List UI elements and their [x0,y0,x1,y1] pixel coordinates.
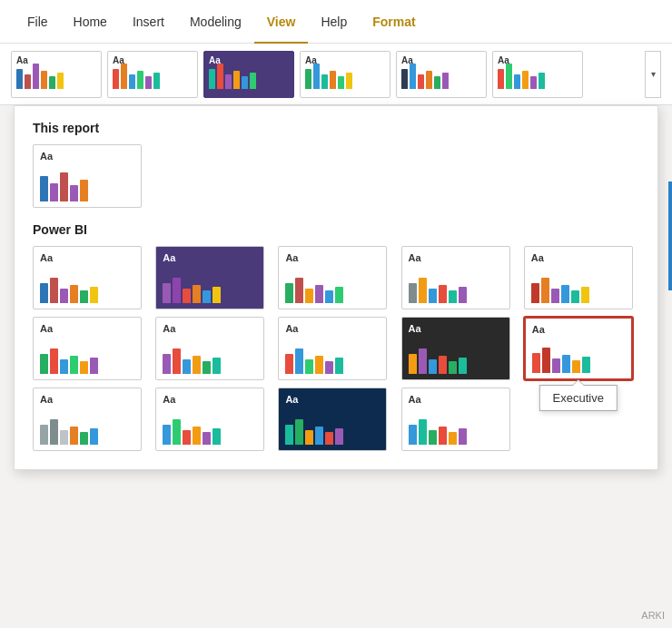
power-bi-theme-card[interactable]: Aa [155,388,264,451]
power-bi-theme-card[interactable]: Aa [524,246,633,309]
power-bi-theme-card[interactable]: Aa [155,246,264,309]
this-report-theme[interactable]: Aa [33,144,142,208]
power-bi-theme-card[interactable]: Aa [33,317,142,380]
theme-dropdown-panel: This report Aa Power BI AaAaAaAaAaAaAaAa… [14,105,658,470]
this-report-label: This report [33,121,639,135]
power-bi-theme-card[interactable]: Aa [278,317,387,380]
ribbon-theme-thumb[interactable]: Aa [203,51,294,98]
power-bi-theme-card[interactable]: Aa [155,317,264,380]
ribbon-theme-thumb[interactable]: Aa [11,51,102,98]
ribbon-theme-thumb[interactable]: Aa [492,51,583,98]
theme-ribbon-scroll: AaAaAaAaAaAa [11,51,639,98]
arki-watermark: ARKI [641,610,665,621]
power-bi-theme-card[interactable]: Aa [401,388,510,451]
blue-line-decoration [668,182,672,290]
power-bi-label: Power BI [33,222,639,237]
menu-help[interactable]: Help [308,0,360,44]
menu-bar: File Home Insert Modeling View Help Form… [0,0,672,44]
power-bi-theme-card[interactable]: Aa [278,246,387,309]
power-bi-theme-card[interactable]: AaExecutive [524,317,633,380]
ribbon-theme-thumb[interactable]: Aa [396,51,487,98]
power-bi-theme-card[interactable]: Aa [33,388,142,451]
power-bi-theme-card[interactable]: Aa [33,246,142,309]
menu-modeling[interactable]: Modeling [177,0,254,44]
this-report-grid: Aa [33,144,639,208]
theme-tooltip: Executive [539,385,618,411]
power-bi-theme-card[interactable]: Aa [401,317,510,380]
theme-ribbon: AaAaAaAaAaAa ▾ [0,44,672,105]
ribbon-scroll-button[interactable]: ▾ [645,51,661,98]
power-bi-theme-card[interactable]: Aa [278,388,387,451]
menu-file[interactable]: File [15,0,61,44]
power-bi-themes-grid: AaAaAaAaAaAaAaAaAaAaExecutiveAaAaAaAa [33,246,639,451]
menu-insert[interactable]: Insert [120,0,177,44]
ribbon-theme-thumb[interactable]: Aa [107,51,198,98]
menu-format[interactable]: Format [360,0,428,44]
ribbon-theme-thumb[interactable]: Aa [300,51,390,98]
menu-view[interactable]: View [254,0,309,44]
menu-home[interactable]: Home [61,0,120,44]
power-bi-theme-card[interactable]: Aa [401,246,510,309]
